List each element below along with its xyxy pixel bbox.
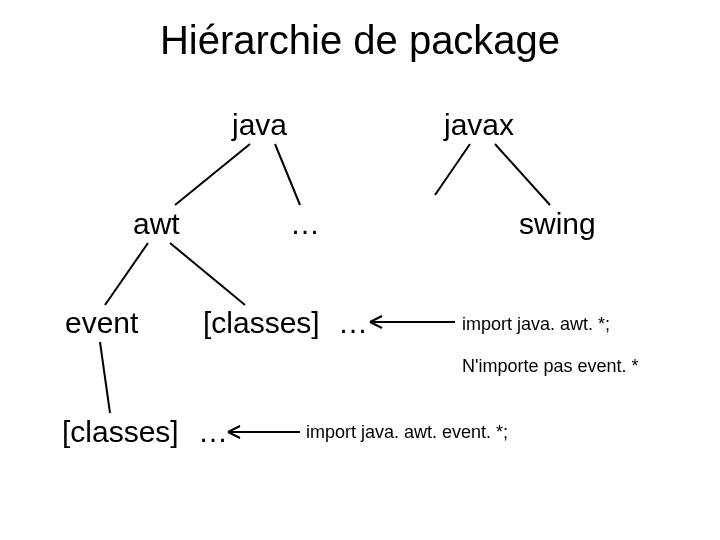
node-awt: awt — [133, 207, 180, 241]
node-dots-level2: … — [290, 207, 320, 241]
node-javax: javax — [444, 108, 514, 142]
node-dots-level3: … — [338, 306, 368, 340]
page-title: Hiérarchie de package — [0, 18, 720, 63]
svg-line-0 — [175, 144, 250, 205]
svg-line-12 — [228, 432, 240, 438]
node-swing: swing — [519, 207, 596, 241]
node-java: java — [232, 108, 287, 142]
node-event: event — [65, 306, 138, 340]
svg-line-11 — [228, 426, 240, 432]
svg-line-9 — [370, 322, 382, 328]
svg-line-6 — [100, 342, 110, 413]
svg-line-4 — [105, 243, 148, 305]
svg-line-8 — [370, 316, 382, 322]
connector-lines — [0, 0, 720, 540]
svg-line-3 — [495, 144, 550, 205]
svg-line-5 — [170, 243, 245, 305]
svg-line-2 — [435, 144, 470, 195]
svg-line-1 — [275, 144, 300, 205]
label-import-event: import java. awt. event. *; — [306, 422, 508, 443]
node-classes-event: [classes] — [62, 415, 179, 449]
node-classes-awt: [classes] — [203, 306, 320, 340]
node-dots-level4: … — [198, 415, 228, 449]
label-import-awt: import java. awt. *; — [462, 314, 610, 335]
label-note-event: N'importe pas event. * — [462, 356, 639, 377]
